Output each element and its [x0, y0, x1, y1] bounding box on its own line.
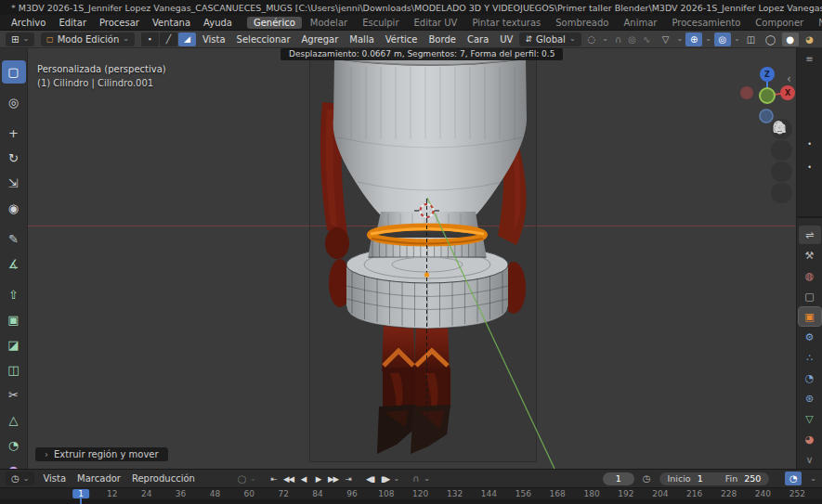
chevron-down-icon[interactable]: ⌄: [676, 35, 683, 43]
menu-borde[interactable]: Borde: [428, 34, 455, 45]
last-operator-panel[interactable]: › Extruir región y mover: [35, 447, 168, 461]
previous-keyframe-button[interactable]: ◀◀: [282, 472, 295, 485]
tool-measure[interactable]: ∡: [2, 252, 26, 276]
properties-tab-particles[interactable]: ∴: [799, 348, 821, 367]
camera-view-button[interactable]: [771, 162, 792, 182]
xray-toggle[interactable]: ◫: [743, 32, 760, 46]
gizmo-axis-y[interactable]: [760, 88, 775, 103]
start-frame-value[interactable]: 1: [698, 472, 703, 485]
timeline-menu-reproduccion[interactable]: Reproducción: [132, 473, 195, 484]
face-select-button[interactable]: ◢: [178, 32, 196, 46]
next-frame-button[interactable]: ▮▶: [379, 472, 392, 485]
perspective-toggle-button[interactable]: [771, 183, 792, 203]
chevron-down-icon[interactable]: ⌄: [734, 35, 740, 43]
navigation-gizmo[interactable]: Z X: [737, 65, 796, 126]
tool-annotate[interactable]: ✎: [2, 227, 26, 251]
properties-tab-material[interactable]: ◕: [799, 430, 821, 448]
timeline-menu-vista[interactable]: Vista: [43, 473, 66, 484]
transform-orientation[interactable]: ⇵ Global ⌄: [519, 32, 581, 46]
workspace-tab-esculpir[interactable]: Esculpir: [356, 17, 405, 29]
properties-tab-collection[interactable]: ▢: [799, 287, 821, 305]
menu-ayuda[interactable]: Ayuda: [203, 18, 232, 28]
tool-smooth[interactable]: ●: [2, 459, 26, 469]
workspace-tab-nodos-de-geometria[interactable]: Nodos de geometría: [812, 17, 822, 29]
tool-poly-build[interactable]: △: [2, 408, 26, 432]
workspace-tab-procesamiento[interactable]: Procesamiento: [665, 17, 747, 29]
play-reverse-button[interactable]: ◀: [297, 472, 310, 485]
menu-vertice[interactable]: Vértice: [385, 34, 418, 45]
gizmo-axis-x-neg[interactable]: [740, 86, 753, 99]
shading-wireframe-button[interactable]: ◯: [763, 32, 779, 46]
jump-to-start-button[interactable]: ⇤: [267, 472, 281, 485]
shading-material-button[interactable]: ◕: [802, 32, 818, 46]
properties-tab-world[interactable]: ◍: [799, 266, 821, 285]
workspace-tab-animar[interactable]: Animar: [617, 17, 663, 29]
current-frame-field[interactable]: 1: [603, 472, 634, 485]
chevron-down-icon[interactable]: ⌄: [810, 475, 816, 483]
overlays-toggle[interactable]: ◎: [714, 32, 731, 46]
tool-rotate[interactable]: ↻: [2, 147, 26, 170]
workspace-tab-generico[interactable]: Genérico: [247, 17, 302, 29]
tool-bevel[interactable]: ◪: [2, 333, 26, 356]
mode-selector[interactable]: ▢ Modo Edición ⌄: [41, 32, 135, 46]
chevron-down-icon[interactable]: ⌄: [424, 475, 430, 483]
tool-scale[interactable]: ⇲: [2, 172, 26, 195]
frame-range-fields[interactable]: Inicio 1 Fin 250: [659, 472, 770, 485]
tool-spin[interactable]: ◔: [2, 433, 26, 457]
chevron-down-icon[interactable]: ⌄: [394, 475, 400, 483]
menu-agregar[interactable]: Agregar: [302, 34, 339, 45]
chevron-down-icon[interactable]: ⌄: [602, 35, 608, 43]
pivot-point-button[interactable]: ◌: [588, 32, 596, 46]
workspace-tab-pintar-texturas[interactable]: Pintar texturas: [465, 17, 547, 29]
previous-frame-button[interactable]: ◀▮: [364, 472, 377, 485]
workspace-tab-editar-uv[interactable]: Editar UV: [408, 17, 464, 29]
tool-knife[interactable]: ✂: [2, 383, 26, 407]
snap-toggle[interactable]: ∩: [615, 32, 621, 46]
figure-legs[interactable]: [377, 323, 450, 454]
current-frame-marker[interactable]: 1: [72, 489, 89, 498]
play-button[interactable]: ▶: [312, 472, 325, 485]
playhead-line[interactable]: [80, 498, 82, 504]
viewport-scene[interactable]: [28, 48, 796, 469]
timeline-track[interactable]: [0, 499, 822, 504]
menu-uv[interactable]: UV: [500, 34, 513, 45]
properties-tab-constraints[interactable]: ⊛: [799, 389, 821, 407]
menu-procesar[interactable]: Procesar: [99, 18, 139, 28]
snap-playhead-toggle[interactable]: ∩: [409, 472, 422, 485]
editor-type-button[interactable]: ⊞ ⌄: [6, 32, 34, 46]
end-frame-value[interactable]: 250: [744, 472, 761, 485]
pan-button[interactable]: [771, 140, 792, 161]
menu-ventana[interactable]: Ventana: [152, 18, 190, 28]
chevron-down-icon[interactable]: ⌄: [250, 475, 256, 483]
workspace-tab-componer[interactable]: Componer: [749, 17, 810, 29]
gizmo-toggle[interactable]: ⊕: [685, 32, 702, 46]
outliner-item-dot[interactable]: •: [807, 140, 812, 149]
properties-tab-more[interactable]: ∨: [799, 450, 821, 469]
properties-tab-modifiers[interactable]: ⚙: [799, 328, 821, 346]
playback-sync-button[interactable]: ◔: [785, 472, 802, 485]
chevron-down-icon[interactable]: ⌄: [705, 35, 711, 43]
workspace-tab-sombreado[interactable]: Sombreado: [549, 17, 615, 29]
properties-tab-object-data[interactable]: ▽: [799, 409, 821, 428]
tool-inset-faces[interactable]: ▣: [2, 308, 26, 331]
proportional-edit-toggle[interactable]: ◎: [628, 32, 636, 46]
properties-tab-tool[interactable]: ⚒: [799, 246, 821, 265]
auto-keying-toggle[interactable]: ◯: [235, 472, 248, 485]
jump-to-end-button[interactable]: ⇥: [342, 472, 355, 485]
timeline-ruler[interactable]: 1122436486072849610812013214415616818019…: [0, 487, 822, 504]
tool-cursor[interactable]: ◎: [2, 91, 26, 114]
properties-tab-object[interactable]: ▣: [799, 307, 821, 326]
vertex-select-button[interactable]: ∙: [141, 32, 159, 46]
outliner-item-dot[interactable]: •: [807, 163, 812, 172]
tool-move[interactable]: +: [2, 122, 26, 145]
selectability-filter-button[interactable]: ▽: [657, 32, 673, 46]
tool-loop-cut[interactable]: ◫: [2, 358, 26, 381]
properties-tab-tool-settings[interactable]: ⇌: [799, 226, 821, 244]
menu-editar[interactable]: Editar: [59, 18, 86, 28]
menu-vista[interactable]: Vista: [202, 34, 226, 45]
menu-seleccionar[interactable]: Seleccionar: [237, 34, 291, 45]
menu-archivo[interactable]: Archivo: [11, 18, 46, 28]
properties-tab-physics[interactable]: ◔: [799, 368, 821, 387]
manipulator-origin-dot[interactable]: [424, 272, 429, 277]
menu-malla[interactable]: Malla: [349, 34, 373, 45]
